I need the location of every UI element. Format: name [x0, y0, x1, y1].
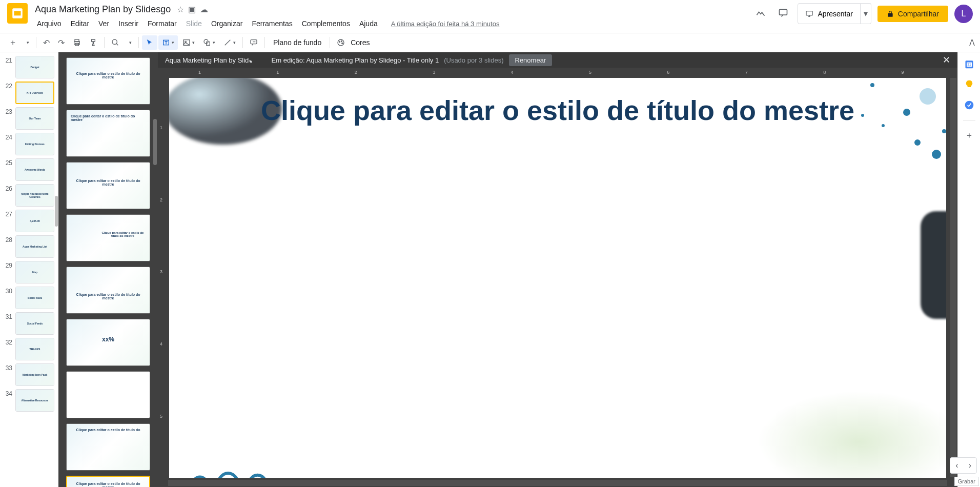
add-addon-icon[interactable]: ＋: [964, 130, 975, 141]
menu-ver[interactable]: Ver: [94, 18, 113, 29]
slide-thumb-33[interactable]: Marketing Icon Pack: [15, 363, 54, 386]
keep-addon-icon[interactable]: [964, 79, 975, 90]
menu-bar: Arquivo Editar Ver Inserir Formatar Slid…: [33, 18, 752, 29]
user-avatar[interactable]: L: [954, 5, 973, 23]
layout-thumb[interactable]: Clique para editar o estilo de título do…: [66, 57, 150, 105]
menu-organizar[interactable]: Organizar: [207, 18, 247, 29]
textbox-tool[interactable]: [158, 35, 178, 50]
cloud-icon[interactable]: ☁: [200, 5, 208, 14]
slide-number: 25: [3, 158, 12, 167]
slide-thumb-34[interactable]: Alternative Resources: [15, 389, 54, 412]
menu-inserir[interactable]: Inserir: [114, 18, 142, 29]
slide-thumb-32[interactable]: THANKS: [15, 338, 54, 360]
svg-rect-1: [14, 11, 21, 16]
slide-number: 24: [3, 133, 12, 141]
slide-thumb-29[interactable]: Map: [15, 261, 54, 283]
move-icon[interactable]: ▣: [188, 5, 196, 14]
vertical-ruler[interactable]: 1 2 3 4 5: [158, 77, 167, 478]
nav-prev-icon[interactable]: ‹: [950, 458, 963, 473]
menu-ferramentas[interactable]: Ferramentas: [248, 18, 296, 29]
decoration-watercolor-br: [757, 391, 946, 478]
layout-usage: (Usado por 3 slides): [444, 56, 503, 64]
slides-logo[interactable]: [7, 3, 28, 24]
slide-thumb-25[interactable]: Awesome Words: [15, 158, 54, 181]
layout-thumb[interactable]: Clique para editar o estilo de título do…: [66, 214, 150, 261]
decoration-dark-right: [921, 211, 946, 319]
slide-thumb-22[interactable]: KPI Overview: [15, 82, 54, 104]
slide-canvas[interactable]: Clique para editar o estilo de título do…: [169, 78, 946, 478]
canvas-horizontal-scrollbar[interactable]: [168, 480, 947, 486]
menu-complementos[interactable]: Complementos: [298, 18, 354, 29]
background-button[interactable]: Plano de fundo: [268, 35, 326, 50]
line-tool[interactable]: [220, 35, 239, 50]
tasks-addon-icon[interactable]: [964, 99, 975, 111]
svg-rect-3: [806, 11, 812, 15]
comment-tool[interactable]: [246, 35, 261, 50]
doc-title[interactable]: Aqua Marketing Plan by Slidesgo: [33, 3, 173, 16]
menu-editar[interactable]: Editar: [66, 18, 93, 29]
image-tool[interactable]: [179, 35, 198, 50]
close-master-icon[interactable]: ✕: [943, 54, 950, 66]
zoom-dropdown[interactable]: [124, 37, 135, 48]
paint-format-button[interactable]: [86, 35, 101, 50]
horizontal-ruler[interactable]: 1 1 2 3 4 5 6 7 8 9: [167, 68, 948, 77]
editing-layout-label: Em edição: Aqua Marketing Plan by Slideg…: [272, 56, 439, 64]
print-button[interactable]: [69, 35, 85, 50]
slide-thumb-21[interactable]: Budget: [15, 56, 54, 78]
layout-thumb-selected[interactable]: Clique para editar o estilo de título do…: [66, 476, 150, 487]
filmstrip-scrollbar[interactable]: [55, 196, 58, 227]
undo-button[interactable]: ↶: [39, 35, 53, 51]
slide-thumb-23[interactable]: Our Team: [15, 107, 54, 130]
select-tool[interactable]: [142, 35, 157, 50]
menu-slide[interactable]: Slide: [182, 18, 206, 29]
menu-formatar[interactable]: Formatar: [144, 18, 181, 29]
calendar-addon-icon[interactable]: 31: [964, 58, 975, 70]
slide-number: 22: [3, 82, 12, 90]
canvas-vertical-scrollbar[interactable]: [950, 78, 956, 477]
shape-tool[interactable]: [199, 35, 219, 50]
slide-thumb-27[interactable]: 3,235.00: [15, 210, 54, 232]
layout-thumb[interactable]: xx%: [66, 319, 150, 366]
layout-thumb[interactable]: Clique para editar o estilo de título do…: [66, 162, 150, 209]
activity-icon[interactable]: [752, 5, 769, 23]
present-dropdown[interactable]: ▾: [861, 3, 871, 24]
slide-thumb-28[interactable]: Aqua Marketing List: [15, 235, 54, 258]
present-button[interactable]: Apresentar: [798, 3, 860, 24]
slide-number: 26: [3, 184, 12, 192]
slide-thumb-26[interactable]: Maybe You Need More Columns: [15, 184, 54, 207]
slide-number: 32: [3, 338, 12, 346]
svg-point-15: [339, 42, 340, 43]
slide-number: 28: [3, 235, 12, 244]
slide-filmstrip[interactable]: 21Budget 22KPI Overview 23Our Team 24Edi…: [0, 52, 58, 487]
last-edit-link[interactable]: A última edição foi feita há 3 minutos: [391, 20, 500, 28]
grabar-label: Grabar: [954, 477, 979, 486]
colors-button[interactable]: Cores: [350, 35, 375, 50]
slide-number: 30: [3, 287, 12, 295]
rename-button[interactable]: Renomear: [509, 54, 553, 66]
nav-next-icon[interactable]: ›: [964, 458, 976, 473]
new-slide-dropdown[interactable]: [22, 37, 33, 48]
layout-thumb[interactable]: Clique para editar o estilo de título do…: [66, 267, 150, 314]
slide-thumb-30[interactable]: Social Stats: [15, 287, 54, 309]
master-title-placeholder[interactable]: Clique para editar o estilo de título do…: [200, 95, 915, 126]
canvas-area: 1 1 2 3 4 5 6 7 8 9 1 2 3 4 5: [158, 52, 957, 487]
collapse-toolbar-icon[interactable]: ᐱ: [969, 38, 975, 48]
master-name[interactable]: Aqua Marketing Plan by Slid: [165, 56, 251, 64]
master-scrollbar[interactable]: [153, 119, 157, 165]
layout-thumb[interactable]: Clique para editar o estilo de título do…: [66, 110, 150, 157]
layout-thumb[interactable]: [66, 371, 150, 418]
menu-arquivo[interactable]: Arquivo: [33, 18, 65, 29]
star-icon[interactable]: ☆: [177, 5, 184, 14]
master-layout-panel[interactable]: Clique para editar o estilo de título do…: [58, 52, 158, 487]
slide-thumb-24[interactable]: Editing Process: [15, 133, 54, 155]
redo-button[interactable]: ↷: [54, 35, 68, 51]
share-button[interactable]: Compartilhar: [877, 6, 948, 22]
slide-thumb-31[interactable]: Social Feeds: [15, 312, 54, 335]
layout-thumb[interactable]: Clique para editar o estilo de título do: [66, 423, 150, 471]
new-slide-button[interactable]: ＋: [5, 34, 21, 51]
svg-point-16: [341, 40, 342, 42]
zoom-button[interactable]: [108, 35, 123, 50]
menu-ajuda[interactable]: Ajuda: [355, 18, 382, 29]
slide-number: 27: [3, 210, 12, 218]
comments-icon[interactable]: [775, 5, 791, 23]
